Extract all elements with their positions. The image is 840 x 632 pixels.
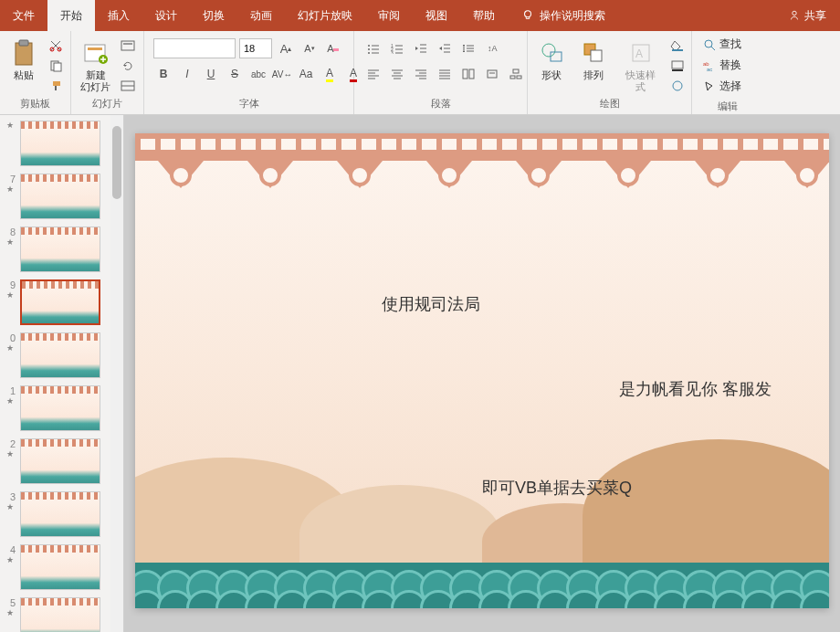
shape-outline-button[interactable] [667, 57, 688, 75]
columns-button[interactable] [458, 64, 478, 84]
font-name-input[interactable] [153, 38, 236, 58]
layout-button[interactable] [118, 37, 138, 55]
tab-help[interactable]: 帮助 [460, 0, 508, 31]
increase-indent-button[interactable] [435, 38, 455, 58]
decrease-indent-button[interactable] [411, 38, 431, 58]
text-box-1[interactable]: 使用规司法局 [382, 293, 480, 315]
change-case-button[interactable]: Aa [296, 64, 316, 84]
shape-effects-button[interactable] [667, 77, 688, 95]
slide-editor[interactable]: 使用规司法局 是力帆看见你 客服发 即可VB单据去买菜Q [124, 115, 840, 632]
reset-icon [121, 60, 134, 71]
thumbnail-preview[interactable] [20, 226, 100, 272]
outline-icon [670, 59, 685, 72]
text-box-3[interactable]: 即可VB单据去买菜Q [482, 477, 632, 499]
quick-styles-button[interactable]: A 快速样式 [615, 37, 666, 95]
thumbnail-item[interactable]: 9★ [0, 278, 123, 327]
numbering-button[interactable]: 123 [387, 38, 407, 58]
tab-insert[interactable]: 插入 [95, 0, 142, 31]
align-left-button[interactable] [363, 64, 383, 84]
svg-rect-8 [53, 81, 60, 86]
thumbnail-preview[interactable] [20, 544, 100, 590]
thumbnail-preview[interactable] [20, 385, 100, 431]
align-right-button[interactable] [411, 64, 431, 84]
line-spacing-icon [462, 43, 475, 54]
new-slide-button[interactable]: 新建 幻灯片 [75, 37, 116, 95]
thumbnail-preview[interactable] [20, 121, 100, 166]
section-button[interactable] [118, 77, 138, 95]
thumbnail-item[interactable]: 5★ [0, 595, 123, 632]
replace-button[interactable]: abac 替换 [699, 56, 756, 75]
find-button[interactable]: 查找 [699, 35, 756, 54]
tab-design[interactable]: 设计 [142, 0, 190, 31]
reset-button[interactable] [118, 57, 138, 75]
highlight-button[interactable]: A [320, 64, 340, 84]
tab-slideshow[interactable]: 幻灯片放映 [285, 0, 365, 31]
cut-button[interactable] [46, 37, 66, 55]
svg-point-19 [368, 48, 370, 50]
tab-home[interactable]: 开始 [47, 0, 95, 31]
thumbnail-item[interactable]: 7★ [0, 172, 123, 221]
svg-text:↕A: ↕A [488, 44, 498, 53]
select-button[interactable]: 选择 [699, 77, 756, 96]
bullets-button[interactable] [363, 38, 383, 58]
lightbulb-icon [521, 9, 534, 22]
smartart-button[interactable] [506, 64, 526, 84]
bold-button[interactable]: B [153, 64, 173, 84]
italic-button[interactable]: I [177, 64, 197, 84]
thumbnail-item[interactable]: 3★ [0, 490, 123, 539]
group-paragraph: 123 ↕A 段落 [354, 31, 528, 114]
align-center-button[interactable] [387, 64, 407, 84]
decrease-font-button[interactable]: A▾ [299, 38, 320, 58]
shape-fill-button[interactable] [667, 37, 688, 55]
justify-button[interactable] [435, 64, 455, 84]
thumbnail-item[interactable]: ★ [0, 119, 123, 168]
align-text-button[interactable] [482, 64, 502, 84]
paste-button[interactable]: 粘贴 [4, 37, 44, 83]
text-direction-button[interactable]: ↕A [482, 38, 502, 58]
arrange-button[interactable]: 排列 [573, 37, 614, 83]
tell-me-search[interactable]: 操作说明搜索 [521, 8, 605, 24]
animation-star-icon: ★ [6, 184, 14, 194]
svg-point-72 [705, 40, 712, 47]
shadow-button[interactable]: abc [248, 64, 268, 84]
animation-star-icon: ★ [6, 237, 14, 247]
tab-file[interactable]: 文件 [0, 0, 47, 31]
thumbnail-item[interactable]: 0★ [0, 331, 123, 380]
text-box-2[interactable]: 是力帆看见你 客服发 [619, 378, 772, 400]
tab-review[interactable]: 审阅 [365, 0, 413, 31]
thumbnail-item[interactable]: 4★ [0, 542, 123, 592]
thumbnail-panel[interactable]: ★7★8★9★0★1★2★3★4★5★ [0, 115, 124, 632]
thumbnail-item[interactable]: 8★ [0, 225, 123, 274]
thumbnail-preview[interactable] [20, 438, 100, 484]
new-slide-icon [83, 41, 109, 65]
thumbnail-preview[interactable] [20, 491, 100, 537]
line-spacing-button[interactable] [458, 38, 478, 58]
thumbnail-number: 8 [5, 226, 16, 237]
share-button[interactable]: 共享 [788, 8, 840, 24]
shapes-button[interactable]: 形状 [531, 37, 572, 83]
thumbnail-number: 4 [5, 544, 16, 555]
underline-button[interactable]: U [201, 64, 221, 84]
svg-rect-10 [88, 47, 102, 50]
font-size-input[interactable] [239, 38, 272, 58]
ribbon: 粘贴 剪贴板 新建 幻灯片 幻灯片 [0, 31, 840, 115]
copy-button[interactable] [46, 57, 66, 75]
thumbnail-preview[interactable] [20, 279, 100, 325]
char-spacing-button[interactable]: AV↔ [272, 64, 292, 84]
increase-font-button[interactable]: A▴ [276, 38, 296, 58]
format-painter-button[interactable] [46, 77, 66, 95]
tab-animation[interactable]: 动画 [237, 0, 285, 31]
align-right-icon [415, 68, 427, 79]
strike-button[interactable]: S [225, 64, 245, 84]
slide-canvas[interactable]: 使用规司法局 是力帆看见你 客服发 即可VB单据去买菜Q [135, 133, 829, 608]
thumbnail-item[interactable]: 2★ [0, 437, 123, 486]
tab-view[interactable]: 视图 [413, 0, 460, 31]
tab-transition[interactable]: 切换 [190, 0, 237, 31]
thumbnail-preview[interactable] [20, 597, 100, 632]
thumbnail-item[interactable]: 1★ [0, 384, 123, 433]
clear-format-button[interactable]: A [323, 38, 343, 58]
thumbnail-preview[interactable] [20, 174, 100, 219]
thumbnail-preview[interactable] [20, 332, 100, 378]
svg-point-17 [368, 45, 370, 47]
thumbnail-scrollbar[interactable] [110, 115, 123, 632]
